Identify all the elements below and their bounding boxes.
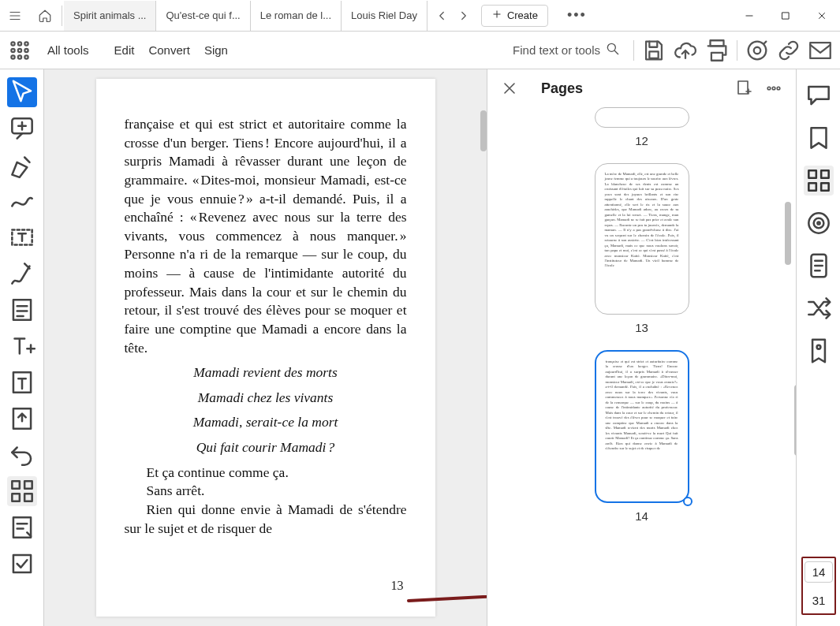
create-label: Create — [507, 9, 538, 21]
edit-text-icon[interactable] — [7, 367, 37, 397]
tab-0[interactable]: Spirit animals ... — [64, 1, 156, 31]
svg-rect-32 — [808, 170, 816, 178]
thumbnails-icon[interactable] — [7, 476, 37, 506]
body-line: Sans arrêt. — [125, 482, 407, 501]
thumb-label: 13 — [635, 321, 648, 334]
thumbnail-list[interactable]: 12 La mère de Mamadi, elle, est une gran… — [487, 107, 796, 626]
form-icon[interactable] — [7, 295, 37, 325]
svg-rect-22 — [12, 481, 19, 489]
tab-prev-icon[interactable] — [431, 1, 453, 31]
save-icon[interactable] — [640, 37, 667, 64]
comments-icon[interactable] — [804, 80, 834, 110]
fill-sign-icon[interactable] — [7, 259, 37, 289]
undo-icon[interactable] — [7, 440, 37, 470]
text-box-icon[interactable] — [7, 222, 37, 252]
thumb-text: française et qui est strict et autoritai… — [596, 352, 688, 501]
svg-point-36 — [808, 213, 828, 233]
body-paragraph: française et qui est strict et autoritai… — [125, 115, 407, 357]
target-icon[interactable] — [804, 208, 834, 238]
tab-next-icon[interactable] — [453, 1, 475, 31]
current-page-box[interactable]: 14 — [805, 561, 833, 583]
find-label: Find text or tools — [513, 43, 600, 57]
ai-assistant-icon[interactable] — [744, 37, 771, 64]
pages-panel-header: Pages — [487, 69, 796, 107]
thumb-image-selected: française et qui est strict et autoritai… — [595, 350, 689, 503]
more-icon[interactable]: ••• — [554, 7, 599, 24]
scrollbar[interactable] — [785, 202, 791, 265]
svg-point-37 — [813, 218, 823, 229]
crop-icon[interactable] — [7, 549, 37, 579]
minimize-button[interactable] — [731, 1, 767, 31]
selection-handle-icon[interactable] — [683, 497, 693, 506]
mail-icon[interactable] — [807, 37, 834, 64]
thumb-13[interactable]: La mère de Mamadi, elle, est une grande … — [519, 163, 764, 334]
thumb-12[interactable]: 12 — [519, 107, 764, 147]
svg-point-30 — [772, 87, 775, 90]
panel-more-icon[interactable] — [764, 79, 783, 98]
export-icon[interactable] — [7, 404, 37, 434]
cloud-upload-icon[interactable] — [672, 37, 699, 64]
page-nav-overlay: 14 31 — [801, 557, 836, 615]
draw-icon[interactable] — [7, 186, 37, 216]
thumb-image — [595, 107, 689, 128]
page-content: française et qui est strict et autoritai… — [96, 79, 435, 617]
thumb-text: La mère de Mamadi, elle, est une grande … — [595, 164, 689, 314]
insert-page-icon[interactable] — [734, 79, 753, 98]
svg-rect-23 — [24, 481, 32, 489]
verse-line: Mamadi chez les vivants — [125, 389, 407, 408]
titlebar-left: Spirit animals ... Qu'est-ce qui f... Le… — [0, 1, 599, 31]
tab-1[interactable]: Qu'est-ce qui f... — [156, 1, 250, 31]
tab-3[interactable]: Louis Riel Day — [342, 1, 427, 31]
svg-rect-25 — [24, 494, 32, 501]
svg-point-10 — [607, 43, 615, 51]
thumb-label: 14 — [635, 509, 648, 523]
svg-point-4 — [11, 48, 14, 51]
svg-rect-33 — [821, 170, 829, 178]
create-button[interactable]: Create — [481, 5, 548, 27]
toolbar: All tools Edit Convert Sign Find text or… — [0, 32, 840, 69]
close-panel-icon[interactable] — [500, 79, 519, 98]
scrollbar[interactable] — [480, 110, 487, 151]
shuffle-icon[interactable] — [804, 293, 834, 323]
svg-point-7 — [11, 55, 14, 58]
tab-2[interactable]: Le roman de l... — [251, 1, 342, 31]
right-rail: 14 31 — [796, 69, 840, 626]
svg-point-15 — [754, 47, 761, 54]
print-icon[interactable] — [704, 37, 730, 64]
maximize-button[interactable] — [767, 1, 804, 31]
svg-rect-24 — [12, 494, 19, 501]
comment-add-icon[interactable] — [7, 114, 37, 143]
document-view[interactable]: française et qui est strict et autoritai… — [44, 69, 487, 626]
svg-rect-35 — [821, 183, 829, 191]
all-tools-button[interactable]: All tools — [47, 43, 89, 57]
verse-line: Mamadi, serait-ce la mort — [125, 413, 407, 432]
thumb-image: La mère de Mamadi, elle, est une grande … — [595, 163, 689, 315]
svg-point-9 — [24, 55, 28, 58]
hamburger-icon[interactable] — [0, 1, 30, 31]
close-button[interactable] — [804, 1, 840, 31]
stamp-icon[interactable] — [7, 512, 37, 542]
svg-point-5 — [18, 48, 21, 51]
select-tool-icon[interactable] — [7, 77, 37, 107]
bookmark-icon[interactable] — [804, 123, 834, 153]
add-text-icon[interactable] — [7, 331, 37, 361]
svg-point-2 — [18, 42, 21, 45]
home-icon[interactable] — [30, 1, 60, 31]
search-icon — [605, 41, 621, 59]
find-button[interactable]: Find text or tools — [513, 41, 621, 59]
edit-button[interactable]: Edit — [114, 43, 135, 57]
highlight-icon[interactable] — [7, 150, 37, 180]
main-area: française et qui est strict et autoritai… — [0, 69, 840, 626]
svg-rect-27 — [13, 555, 30, 572]
tools-grid-icon[interactable] — [6, 37, 33, 64]
convert-button[interactable]: Convert — [148, 43, 190, 57]
link-icon[interactable] — [775, 37, 802, 64]
sign-button[interactable]: Sign — [204, 43, 228, 57]
svg-point-40 — [816, 345, 820, 349]
body-line: Et ça continue comme ça. — [125, 464, 407, 483]
verse-line: Qui fait courir Mamadi ? — [125, 438, 407, 457]
tag-icon[interactable] — [804, 336, 834, 366]
document-icon[interactable] — [804, 251, 834, 281]
thumbnails-icon[interactable] — [804, 166, 834, 196]
thumb-14[interactable]: française et qui est strict et autoritai… — [519, 350, 764, 523]
